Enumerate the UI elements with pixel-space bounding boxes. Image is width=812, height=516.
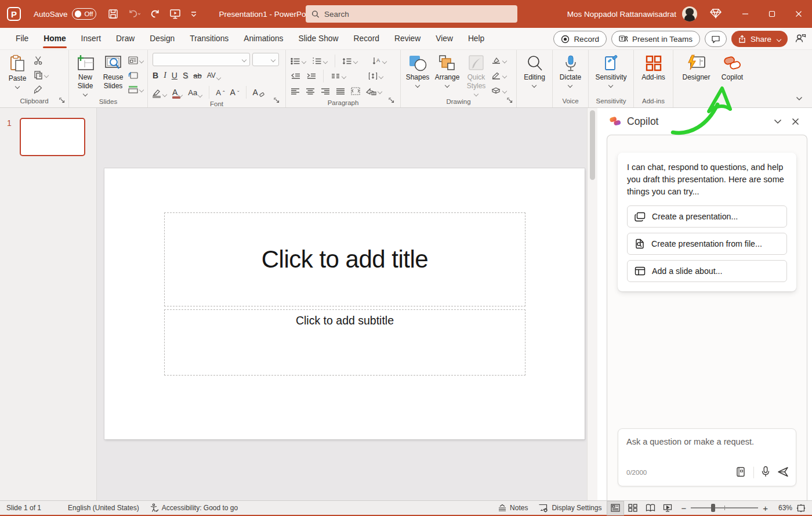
format-painter-button[interactable] bbox=[34, 84, 49, 95]
start-slideshow-button[interactable] bbox=[169, 9, 181, 19]
copy-button[interactable] bbox=[34, 70, 49, 80]
tab-animations[interactable]: Animations bbox=[236, 28, 291, 50]
section-button[interactable] bbox=[128, 84, 144, 95]
slide-sorter-view-button[interactable] bbox=[624, 501, 641, 515]
collapse-ribbon-chevron-icon[interactable] bbox=[796, 94, 803, 103]
powerpoint-app-icon[interactable] bbox=[7, 7, 21, 21]
autosave-toggle[interactable]: Off bbox=[72, 8, 96, 20]
character-spacing-button[interactable]: AV bbox=[207, 71, 221, 80]
zoom-out-button[interactable]: − bbox=[681, 503, 686, 513]
display-settings-button[interactable]: Display Settings bbox=[533, 501, 607, 515]
bullets-button[interactable] bbox=[291, 56, 306, 66]
diamond-icon[interactable] bbox=[710, 8, 722, 20]
search-bar[interactable] bbox=[306, 5, 517, 23]
tab-design[interactable]: Design bbox=[142, 28, 182, 50]
vertical-scrollbar[interactable] bbox=[587, 108, 597, 500]
shape-outline-button[interactable] bbox=[491, 70, 507, 81]
tab-help[interactable]: Help bbox=[461, 28, 492, 50]
tab-file[interactable]: File bbox=[8, 28, 36, 50]
change-case-button[interactable]: Aa bbox=[188, 88, 202, 97]
justify-button[interactable] bbox=[336, 86, 345, 96]
autosave-control[interactable]: AutoSave Off bbox=[34, 8, 96, 20]
suggestion-add-slide[interactable]: Add a slide about... bbox=[627, 260, 787, 282]
zoom-slider-thumb[interactable] bbox=[711, 504, 715, 512]
slide-layout-button[interactable] bbox=[128, 55, 144, 66]
minimize-button[interactable] bbox=[732, 0, 759, 28]
undo-button[interactable] bbox=[128, 9, 140, 19]
decrease-font-size-button[interactable]: A bbox=[230, 88, 240, 97]
close-button[interactable] bbox=[785, 0, 812, 28]
tab-record[interactable]: Record bbox=[346, 28, 387, 50]
increase-font-size-button[interactable]: A bbox=[216, 88, 224, 97]
tab-review[interactable]: Review bbox=[387, 28, 428, 50]
title-placeholder[interactable]: Click to add title bbox=[164, 212, 525, 306]
scrollbar-thumb[interactable] bbox=[590, 110, 595, 180]
increase-indent-button[interactable] bbox=[306, 71, 316, 81]
language-indicator[interactable]: English (United States) bbox=[63, 501, 144, 515]
strikethrough-button[interactable]: ab bbox=[193, 71, 201, 80]
normal-view-button[interactable] bbox=[607, 501, 624, 515]
convert-to-smartart-button[interactable] bbox=[366, 86, 382, 96]
slide-editor[interactable]: Click to add title Click to add subtitle bbox=[104, 168, 585, 439]
clear-formatting-button[interactable]: A bbox=[253, 88, 264, 97]
zoom-slider[interactable] bbox=[691, 507, 758, 508]
shape-effects-button[interactable] bbox=[491, 85, 507, 96]
add-remove-columns-button[interactable] bbox=[351, 86, 360, 96]
clipboard-dialog-launcher[interactable] bbox=[59, 98, 65, 104]
sensitivity-button[interactable]: Sensitivity bbox=[591, 53, 631, 87]
save-button[interactable] bbox=[108, 9, 118, 19]
decrease-indent-button[interactable] bbox=[291, 71, 300, 81]
bold-button[interactable]: B bbox=[153, 71, 158, 80]
line-spacing-button[interactable] bbox=[342, 56, 358, 66]
align-right-button[interactable] bbox=[321, 86, 330, 96]
editing-button[interactable]: Editing bbox=[520, 53, 550, 87]
tab-insert[interactable]: Insert bbox=[74, 28, 109, 50]
align-text-button[interactable] bbox=[368, 71, 383, 81]
user-avatar[interactable] bbox=[682, 6, 697, 21]
underline-button[interactable]: U bbox=[172, 71, 177, 80]
send-icon[interactable] bbox=[777, 467, 789, 479]
designer-button[interactable]: Designer bbox=[679, 53, 714, 82]
copilot-input-box[interactable]: 0/2000 bbox=[618, 428, 796, 486]
copilot-prompt-input[interactable] bbox=[626, 437, 788, 446]
align-left-button[interactable] bbox=[291, 86, 300, 96]
tab-home[interactable]: Home bbox=[36, 28, 73, 50]
text-direction-button[interactable]: A bbox=[372, 56, 387, 66]
people-presence-icon[interactable] bbox=[795, 33, 806, 45]
customize-qat-chevron-icon[interactable] bbox=[190, 10, 197, 17]
quick-styles-button[interactable]: Quick Styles bbox=[462, 53, 490, 96]
user-name[interactable]: Mos Noppadol Rattanawisadrat bbox=[567, 10, 676, 19]
tab-view[interactable]: View bbox=[428, 28, 461, 50]
cut-button[interactable] bbox=[34, 55, 49, 66]
dictate-button[interactable]: Dictate bbox=[556, 53, 586, 87]
tab-transitions[interactable]: Transitions bbox=[182, 28, 236, 50]
accessibility-checker[interactable]: Accessibility: Good to go bbox=[144, 501, 243, 515]
fit-to-window-button[interactable] bbox=[792, 501, 810, 515]
shape-fill-button[interactable] bbox=[491, 55, 507, 66]
highlight-color-button[interactable] bbox=[153, 89, 167, 96]
microphone-icon[interactable] bbox=[762, 466, 770, 479]
prompt-guide-icon[interactable] bbox=[735, 467, 746, 479]
search-input[interactable] bbox=[324, 10, 512, 19]
shapes-button[interactable]: Shapes bbox=[403, 53, 432, 87]
addins-button[interactable]: Add-ins bbox=[637, 53, 670, 82]
font-dialog-launcher[interactable] bbox=[274, 98, 280, 104]
font-color-button[interactable]: A bbox=[172, 88, 183, 97]
record-button[interactable]: Record bbox=[553, 31, 607, 47]
tab-slide-show[interactable]: Slide Show bbox=[291, 28, 346, 50]
copilot-button[interactable]: Copilot bbox=[717, 53, 748, 82]
new-slide-button[interactable]: New Slide bbox=[71, 53, 99, 96]
numbering-button[interactable] bbox=[312, 56, 328, 66]
maximize-button[interactable] bbox=[759, 0, 785, 28]
drawing-dialog-launcher[interactable] bbox=[507, 98, 513, 104]
zoom-in-button[interactable]: + bbox=[763, 503, 768, 513]
text-shadow-button[interactable]: S bbox=[183, 71, 188, 80]
reading-view-button[interactable] bbox=[641, 501, 659, 515]
slide-indicator[interactable]: Slide 1 of 1 bbox=[1, 501, 46, 515]
slideshow-view-button[interactable] bbox=[659, 501, 676, 515]
copilot-pane-collapse-chevron-icon[interactable] bbox=[769, 113, 786, 130]
share-button[interactable]: Share bbox=[731, 31, 788, 47]
font-name-combobox[interactable] bbox=[153, 53, 250, 66]
slide-thumbnail[interactable] bbox=[20, 118, 85, 156]
redo-button[interactable] bbox=[150, 9, 160, 19]
